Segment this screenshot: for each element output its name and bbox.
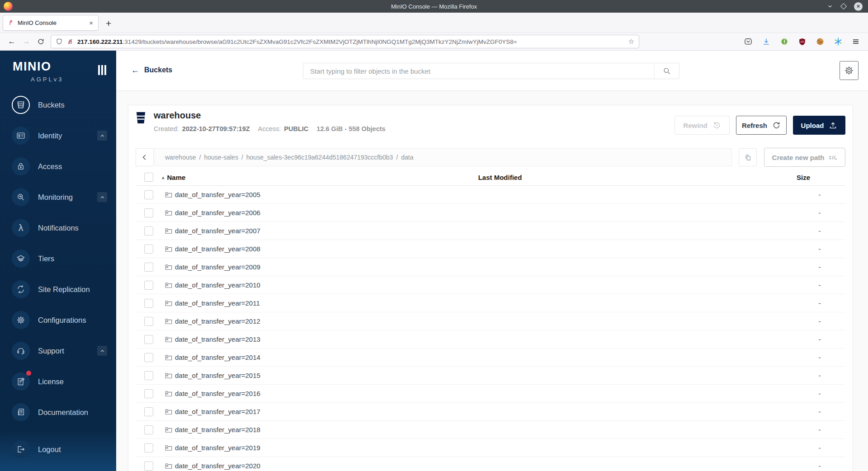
table-row[interactable]: date_of_transfer_year=2014 - (136, 349, 845, 367)
sidebar-item-site-replication[interactable]: Site Replication (0, 274, 116, 305)
create-new-path-button[interactable]: Create new path (764, 148, 845, 167)
sidebar-item-tiers[interactable]: Tiers (0, 243, 116, 274)
tab-title: MinIO Console (18, 19, 88, 26)
sidebar-item-notifications[interactable]: λ Notifications (0, 212, 116, 243)
sidebar-item-label: Tiers (38, 254, 54, 263)
table-row[interactable]: date_of_transfer_year=2012 - (136, 312, 845, 330)
column-header-name[interactable]: ▴ Name (162, 174, 185, 181)
row-checkbox[interactable] (144, 281, 153, 290)
extension-green-icon[interactable] (780, 37, 789, 46)
insecure-lock-icon[interactable] (66, 38, 74, 45)
object-filter-input[interactable] (303, 63, 654, 79)
table-row[interactable]: date_of_transfer_year=2018 - (136, 421, 845, 439)
row-checkbox[interactable] (144, 443, 153, 452)
table-row[interactable]: date_of_transfer_year=2005 - (136, 186, 845, 204)
new-tab-button[interactable]: + (106, 19, 111, 28)
row-checkbox[interactable] (144, 190, 153, 199)
sidebar-item-logout[interactable]: Logout (0, 434, 116, 465)
sidebar-item-license[interactable]: License (0, 366, 116, 397)
table-row[interactable]: date_of_transfer_year=2008 - (136, 240, 845, 258)
row-checkbox[interactable] (144, 353, 153, 362)
table-row[interactable]: date_of_transfer_year=2006 - (136, 204, 845, 222)
refresh-button[interactable]: Refresh (736, 116, 787, 135)
path-back-chevron-icon[interactable] (136, 148, 154, 166)
license-tag: AGPLv3 (31, 76, 116, 83)
table-row[interactable]: date_of_transfer_year=2016 - (136, 385, 845, 403)
row-checkbox[interactable] (144, 425, 153, 434)
tracking-protection-shield-icon[interactable] (56, 38, 63, 45)
table-row[interactable]: date_of_transfer_year=2010 - (136, 276, 845, 294)
row-checkbox[interactable] (144, 263, 153, 272)
pocket-icon[interactable] (744, 37, 753, 46)
chevron-up-icon[interactable] (97, 131, 107, 141)
sidebar-item-access[interactable]: Access (0, 151, 116, 182)
sidebar-item-identity[interactable]: Identity (0, 120, 116, 151)
ublock-origin-icon[interactable]: uO (798, 38, 807, 46)
bucket-settings-gear-icon[interactable] (840, 61, 859, 80)
window-minimize-icon[interactable] (827, 3, 833, 9)
table-row[interactable]: date_of_transfer_year=2015 - (136, 367, 845, 385)
table-row[interactable]: date_of_transfer_year=2009 - (136, 258, 845, 276)
select-all-checkbox[interactable] (144, 173, 153, 182)
refresh-label: Refresh (742, 122, 767, 129)
row-checkbox[interactable] (144, 407, 153, 416)
object-size: - (819, 191, 821, 198)
url-text[interactable]: 217.160.222.211:31429/buckets/warehouse/… (77, 38, 625, 45)
colorways-extension-icon[interactable] (834, 37, 843, 46)
table-row[interactable]: date_of_transfer_year=2019 - (136, 439, 845, 457)
row-checkbox[interactable] (144, 317, 153, 326)
chevron-up-icon[interactable] (97, 346, 107, 356)
back-button[interactable]: ← (5, 37, 19, 46)
back-to-buckets-link[interactable]: ← Buckets (131, 66, 172, 74)
table-row[interactable]: date_of_transfer_year=2020 - (136, 457, 845, 471)
row-checkbox[interactable] (144, 371, 153, 380)
sidebar-item-configurations[interactable]: Configurations (0, 305, 116, 335)
table-row[interactable]: date_of_transfer_year=2007 - (136, 222, 845, 240)
table-row[interactable]: date_of_transfer_year=2011 - (136, 294, 845, 312)
row-checkbox[interactable] (144, 299, 153, 308)
folder-icon (165, 390, 173, 398)
sidebar-item-documentation[interactable]: Documentation (0, 397, 116, 428)
bookmark-star-icon[interactable]: ☆ (628, 38, 634, 46)
upload-button[interactable]: Upload (793, 116, 845, 135)
row-checkbox[interactable] (144, 335, 153, 344)
sidebar-item-support[interactable]: Support (0, 335, 116, 366)
row-checkbox[interactable] (144, 208, 153, 217)
tab-minio-console[interactable]: MinIO Console × (3, 15, 99, 31)
sidebar-item-monitoring[interactable]: Monitoring (0, 182, 116, 212)
row-checkbox[interactable] (144, 226, 153, 236)
sidebar-collapse-icon[interactable] (98, 65, 106, 75)
tab-close-icon[interactable]: × (88, 19, 94, 27)
row-checkbox[interactable] (144, 389, 153, 398)
bucket-size-summary: 12.6 GiB - 558 Objects (316, 125, 385, 132)
column-header-last-modified[interactable]: Last Modified (478, 174, 522, 181)
breadcrumb-segment[interactable]: house-sales (204, 154, 238, 161)
menu-icon[interactable] (852, 38, 860, 46)
window-maximize-icon[interactable] (841, 4, 846, 9)
folder-icon (165, 191, 173, 199)
breadcrumb-segment[interactable]: house_sales-3ec96c19a6244d5186247193cccf… (246, 154, 393, 161)
sidebar-item-label: Support (38, 347, 64, 355)
search-icon[interactable] (654, 63, 679, 79)
copy-path-icon[interactable] (739, 148, 757, 166)
reload-button[interactable] (33, 38, 48, 46)
breadcrumb[interactable]: warehouse/house-sales/house_sales-3ec96c… (155, 148, 732, 166)
window-close-icon[interactable]: × (854, 2, 863, 11)
breadcrumb-segment[interactable]: data (401, 154, 413, 161)
row-checkbox[interactable] (144, 462, 153, 471)
sidebar-item-buckets[interactable]: Buckets (0, 89, 116, 120)
sidebar-item-label: Notifications (38, 224, 79, 232)
cookie-extension-icon[interactable] (816, 37, 825, 46)
minio-flamingo-favicon (7, 19, 14, 26)
chevron-up-icon[interactable] (97, 192, 107, 202)
column-header-size[interactable]: Size (797, 174, 810, 181)
sidebar-item-label: Access (38, 162, 62, 171)
object-size: - (819, 408, 821, 415)
row-checkbox[interactable] (144, 245, 153, 254)
table-row[interactable]: date_of_transfer_year=2013 - (136, 330, 845, 349)
download-icon[interactable] (762, 37, 771, 46)
bucket-name: warehouse (154, 110, 201, 121)
breadcrumb-segment[interactable]: warehouse (165, 154, 196, 161)
table-row[interactable]: date_of_transfer_year=2017 - (136, 403, 845, 421)
url-bar[interactable]: 217.160.222.211:31429/buckets/warehouse/… (51, 35, 639, 48)
